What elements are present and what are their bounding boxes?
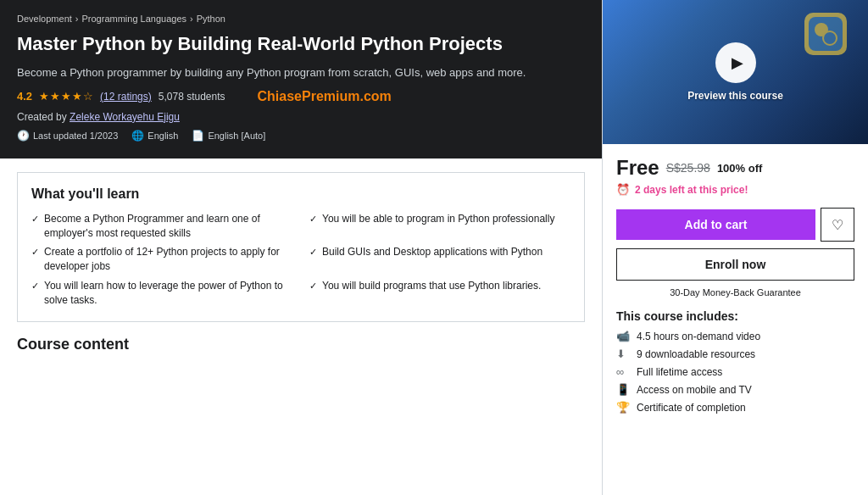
svg-point-3: [823, 31, 837, 45]
includes-text-4: Access on mobile and TV: [637, 384, 752, 396]
check-icon-1: ✓: [31, 213, 39, 225]
alarm-icon: ⏰: [616, 183, 630, 196]
learn-item-3: ✓ You will learn how to leverage the pow…: [31, 279, 292, 308]
creator-label: Created by: [17, 111, 67, 123]
preview-label: Preview this course: [687, 90, 783, 102]
learn-text-2: Create a portfolio of 12+ Python project…: [44, 245, 292, 274]
price-free: Free: [616, 156, 659, 180]
updated-text: Last updated 1/2023: [33, 131, 118, 141]
includes-text-5: Certificate of completion: [637, 402, 746, 414]
learn-text-1: Become a Python Programmer and learn one…: [44, 212, 292, 241]
rating-count[interactable]: (12 ratings): [100, 91, 152, 103]
check-icon-3: ✓: [31, 280, 39, 292]
play-button[interactable]: ▶: [715, 42, 756, 83]
breadcrumb-programming-languages[interactable]: Programming Languages: [82, 14, 187, 24]
rating-row: 4.2 ★ ★ ★ ★ ☆ (12 ratings) 5,078 student…: [17, 89, 585, 104]
language-text: English: [147, 131, 178, 141]
learn-item-4: ✓ You will be able to program in Python …: [309, 212, 570, 241]
sidebar-content: Free S$25.98 100% off ⏰ 2 days left at t…: [603, 144, 868, 495]
guarantee-text: 30-Day Money-Back Guarantee: [616, 287, 854, 298]
check-icon-6: ✓: [309, 280, 317, 292]
learn-text-5: Build GUIs and Desktop applications with…: [322, 245, 542, 259]
breadcrumb: Development › Programming Languages › Py…: [17, 14, 585, 24]
learn-text-4: You will be able to program in Python pr…: [322, 212, 554, 226]
stars: ★ ★ ★ ★ ☆: [39, 90, 93, 103]
captions-text: English [Auto]: [208, 131, 265, 141]
cart-btn-row: Add to cart ♡: [616, 208, 854, 242]
learn-item-1: ✓ Become a Python Programmer and learn o…: [31, 212, 292, 241]
check-icon-4: ✓: [309, 213, 317, 225]
star-3: ★: [61, 90, 71, 103]
clock-icon: 🕐: [17, 130, 30, 142]
includes-list: 📹 4.5 hours on-demand video ⬇ 9 download…: [616, 330, 854, 414]
includes-item-3: ∞ Full lifetime access: [616, 365, 854, 378]
meta-language: 🌐 English: [131, 130, 178, 142]
play-icon: ▶: [732, 53, 743, 72]
right-panel: ▶ Preview this course Free S$25.98 100% …: [602, 0, 868, 495]
creator-link[interactable]: Zeleke Workayehu Ejigu: [70, 111, 180, 123]
course-header: Development › Programming Languages › Py…: [0, 0, 602, 159]
video-icon: 📹: [616, 330, 630, 342]
star-4: ★: [72, 90, 82, 103]
price-discount: 100% off: [717, 162, 762, 175]
add-to-cart-button[interactable]: Add to cart: [616, 209, 815, 240]
video-preview[interactable]: ▶ Preview this course: [603, 0, 868, 144]
check-icon-5: ✓: [309, 246, 317, 259]
breadcrumb-python: Python: [197, 14, 225, 24]
student-count: 5,078 students: [159, 91, 225, 103]
captions-icon: 📄: [192, 130, 204, 142]
course-subtitle: Become a Python programmer by building a…: [17, 65, 585, 81]
meta-captions: 📄 English [Auto]: [192, 130, 265, 142]
price-original: S$25.98: [666, 161, 710, 175]
star-1: ★: [39, 90, 49, 103]
includes-text-1: 4.5 hours on-demand video: [637, 331, 760, 342]
breadcrumb-sep2: ›: [190, 14, 193, 24]
check-icon-2: ✓: [31, 246, 39, 259]
globe-icon: 🌐: [131, 130, 144, 142]
includes-text-3: Full lifetime access: [637, 366, 722, 378]
learn-item-2: ✓ Create a portfolio of 12+ Python proje…: [31, 245, 292, 274]
star-half: ☆: [83, 90, 93, 103]
includes-item-1: 📹 4.5 hours on-demand video: [616, 330, 854, 342]
breadcrumb-development[interactable]: Development: [17, 14, 72, 24]
heart-icon: ♡: [832, 217, 843, 233]
includes-item-4: 📱 Access on mobile and TV: [616, 383, 854, 396]
learn-item-5: ✓ Build GUIs and Desktop applications wi…: [309, 245, 570, 274]
promo-label: ChiasePremium.com: [258, 89, 392, 104]
urgency-row: ⏰ 2 days left at this price!: [616, 183, 854, 196]
infinity-icon: ∞: [616, 365, 630, 378]
course-content-title: Course content: [17, 336, 585, 353]
learn-text-3: You will learn how to leverage the power…: [44, 279, 292, 308]
breadcrumb-sep1: ›: [75, 14, 79, 24]
mobile-icon: 📱: [616, 383, 630, 396]
learn-item-6: ✓ You will build programs that use Pytho…: [309, 279, 570, 308]
meta-row: 🕐 Last updated 1/2023 🌐 English 📄 Englis…: [17, 130, 585, 142]
course-title: Master Python by Building Real-World Pyt…: [17, 32, 585, 57]
learn-text-6: You will build programs that use Python …: [322, 279, 541, 293]
course-body: What you'll learn ✓ Become a Python Prog…: [0, 159, 602, 495]
left-panel: Development › Programming Languages › Py…: [0, 0, 602, 495]
price-row: Free S$25.98 100% off: [616, 156, 854, 180]
includes-text-2: 9 downloadable resources: [637, 348, 755, 360]
rating-number: 4.2: [17, 90, 32, 103]
urgency-text: 2 days left at this price!: [635, 184, 748, 196]
certificate-icon: 🏆: [616, 401, 630, 414]
star-2: ★: [50, 90, 60, 103]
creator-row: Created by Zeleke Workayehu Ejigu: [17, 111, 585, 123]
includes-item-2: ⬇ 9 downloadable resources: [616, 348, 854, 360]
includes-title: This course includes:: [616, 309, 854, 323]
learn-grid: ✓ Become a Python Programmer and learn o…: [31, 212, 570, 308]
includes-item-5: 🏆 Certificate of completion: [616, 401, 854, 414]
download-icon: ⬇: [616, 348, 630, 360]
wishlist-button[interactable]: ♡: [821, 208, 854, 242]
learn-box: What you'll learn ✓ Become a Python Prog…: [17, 172, 585, 322]
meta-updated: 🕐 Last updated 1/2023: [17, 130, 118, 142]
learn-title: What you'll learn: [31, 186, 570, 202]
enroll-button[interactable]: Enroll now: [616, 248, 854, 281]
